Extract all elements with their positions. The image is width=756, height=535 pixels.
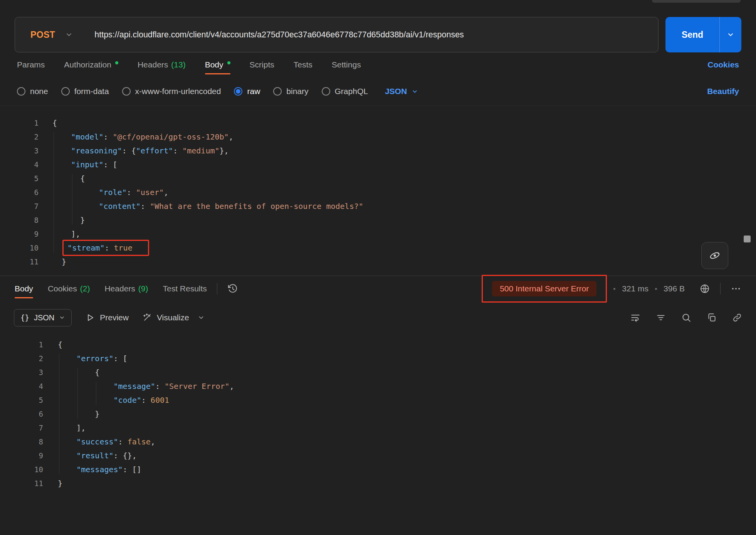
code-line-4[interactable]: 4 "message": "Server Error", <box>0 379 756 393</box>
code-line-11[interactable]: 11} <box>0 476 756 490</box>
request-tab-settings[interactable]: Settings <box>332 53 361 76</box>
code-line-1[interactable]: 1{ <box>0 116 756 130</box>
code-line-7[interactable]: 7 "content": "What are the benefits of o… <box>0 199 756 213</box>
code-line-4[interactable]: 4 "input": [ <box>0 158 756 172</box>
response-tab-body[interactable]: Body <box>15 277 33 300</box>
response-tab-cookies[interactable]: Cookies(2) <box>48 277 90 300</box>
response-size[interactable]: 396 B <box>664 284 685 293</box>
code-content: "errors": [ <box>58 354 128 363</box>
code-line-10[interactable]: 10 "stream": true <box>0 241 756 255</box>
code-line-2[interactable]: 2 "model": "@cf/openai/gpt-oss-120b", <box>0 130 756 144</box>
request-tab-headers[interactable]: Headers(13) <box>138 53 186 76</box>
more-options-button[interactable] <box>731 283 741 294</box>
code-line-6[interactable]: 6 "role": "user", <box>0 185 756 199</box>
code-line-7[interactable]: 7 ], <box>0 421 756 435</box>
request-tab-authorization[interactable]: Authorization <box>64 53 118 76</box>
url-input[interactable] <box>84 30 658 40</box>
request-body-editor[interactable]: 1{2 "model": "@cf/openai/gpt-oss-120b",3… <box>0 106 756 276</box>
code-line-1[interactable]: 1{ <box>0 338 756 352</box>
code-line-8[interactable]: 8 "success": false, <box>0 435 756 449</box>
code-content: } <box>58 409 99 419</box>
language-selector[interactable]: JSON <box>385 87 418 96</box>
link-button[interactable] <box>732 313 742 323</box>
code-token <box>52 160 71 169</box>
code-line-9[interactable]: 9 "result": {}, <box>0 449 756 463</box>
code-token: : [ <box>114 354 128 363</box>
request-tab-scripts[interactable]: Scripts <box>250 53 274 76</box>
code-line-11[interactable]: 11 } <box>0 255 756 269</box>
code-token: : {}, <box>114 451 137 460</box>
code-line-8[interactable]: 8 } <box>0 213 756 227</box>
response-tab-headers[interactable]: Headers(9) <box>104 277 148 300</box>
response-tab-test-results[interactable]: Test Results <box>163 277 207 300</box>
indent-guide <box>72 174 72 225</box>
editor-scrollbar-thumb[interactable] <box>744 236 751 242</box>
request-tab-params[interactable]: Params <box>17 53 45 76</box>
code-token: ], <box>52 229 80 239</box>
body-mode-none[interactable]: none <box>17 87 48 96</box>
send-options-button[interactable] <box>719 17 741 52</box>
wrap-text-button[interactable] <box>630 313 640 323</box>
globe-icon <box>699 283 710 294</box>
history-icon[interactable] <box>227 283 238 294</box>
chevron-down-icon <box>59 315 65 321</box>
code-line-2[interactable]: 2 "errors": [ <box>0 352 756 365</box>
visualize-button[interactable]: Visualize <box>143 313 189 322</box>
visualize-label: Visualize <box>157 313 189 322</box>
status-badge[interactable]: 500 Internal Server Error <box>492 281 596 296</box>
beautify-link[interactable]: Beautify <box>707 87 739 96</box>
code-content: ], <box>52 229 80 239</box>
code-line-5[interactable]: 5 { <box>0 172 756 185</box>
radio-icon <box>234 87 242 96</box>
response-format-dropdown[interactable]: {} JSON <box>14 309 72 326</box>
visualize-options-button[interactable] <box>198 314 205 321</box>
wrap-text-icon <box>630 313 640 323</box>
body-mode-graphql[interactable]: GraphQL <box>322 87 368 96</box>
code-token: , <box>229 132 234 141</box>
code-line-6[interactable]: 6 } <box>0 407 756 421</box>
copy-button[interactable] <box>707 313 717 323</box>
code-line-9[interactable]: 9 ], <box>0 227 756 241</box>
code-content: ], <box>58 423 86 432</box>
preview-button[interactable]: Preview <box>86 313 129 322</box>
copy-icon <box>707 313 717 323</box>
body-mode-raw[interactable]: raw <box>234 87 260 96</box>
tab-label: Params <box>17 60 45 69</box>
search-button[interactable] <box>681 313 691 323</box>
code-line-5[interactable]: 5 "code": 6001 <box>0 393 756 407</box>
code-token: "user" <box>136 188 164 197</box>
code-content: "reasoning": {"effort": "medium"}, <box>52 146 229 155</box>
chevron-down-icon <box>198 314 205 321</box>
code-content: "model": "@cf/openai/gpt-oss-120b", <box>52 132 234 141</box>
tab-label: Settings <box>332 60 361 69</box>
send-button[interactable]: Send <box>665 17 719 52</box>
request-tab-body[interactable]: Body <box>205 53 230 76</box>
network-info-icon[interactable] <box>699 283 710 294</box>
code-token: , <box>164 188 168 197</box>
code-content: "result": {}, <box>58 451 137 460</box>
code-line-3[interactable]: 3 { <box>0 365 756 379</box>
response-time[interactable]: 321 ms <box>622 284 648 293</box>
postbot-button[interactable] <box>701 242 728 269</box>
method-selector[interactable]: POST <box>15 30 84 40</box>
body-mode-x-www-form-urlencoded[interactable]: x-www-form-urlencoded <box>122 87 221 96</box>
chevron-down-icon <box>727 31 734 39</box>
body-mode-binary[interactable]: binary <box>273 87 308 96</box>
code-line-3[interactable]: 3 "reasoning": {"effort": "medium"}, <box>0 144 756 158</box>
code-line-10[interactable]: 10 "messages": [] <box>0 463 756 476</box>
body-mode-form-data[interactable]: form-data <box>61 87 109 96</box>
code-content: "input": [ <box>52 160 118 169</box>
request-tab-tests[interactable]: Tests <box>294 53 312 76</box>
indent-guide <box>54 132 54 252</box>
response-body-viewer[interactable]: 1{2 "errors": [3 {4 "message": "Server E… <box>0 334 756 502</box>
cookies-link[interactable]: Cookies <box>707 60 739 69</box>
code-token <box>52 188 99 197</box>
mode-label: raw <box>247 87 260 96</box>
code-content: "content": "What are the benefits of ope… <box>52 202 363 211</box>
code-token: "errors" <box>76 354 113 363</box>
code-token: "stream" <box>67 243 104 252</box>
filter-button[interactable] <box>656 313 666 323</box>
code-token <box>52 132 71 141</box>
code-token: "input" <box>71 160 103 169</box>
code-token: false <box>128 437 151 446</box>
